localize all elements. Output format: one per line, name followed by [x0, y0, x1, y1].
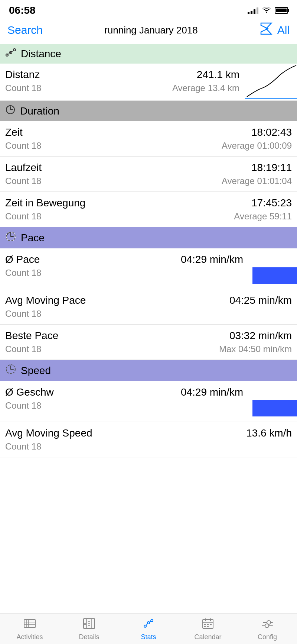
speed-section: Ø Geschw 04:29 min/km Count 18 Avg Movin… [0, 381, 297, 457]
distanz-row: Distanz 241.1 km Count 18 Average 13.4 k… [0, 64, 297, 101]
svg-rect-33 [204, 626, 206, 627]
tab-config-label: Config [258, 633, 277, 641]
zeit-row: Zeit 18:02:43 Count 18 Average 01:00:09 [0, 121, 297, 157]
pace-label: Pace [21, 232, 45, 244]
duration-section-header: Duration [0, 101, 297, 121]
status-bar: 06:58 [0, 0, 297, 19]
avg-speed-count: Count 18 [5, 400, 41, 411]
nav-bar: Search running January 2018 All [0, 19, 297, 44]
tab-bar: Activities Details Stats [0, 613, 297, 644]
beste-pace-avg: Max 04:50 min/km [219, 344, 292, 354]
laufzeit-row: Laufzeit 18:19:11 Count 18 Average 01:01… [0, 157, 297, 192]
svg-point-24 [147, 622, 150, 624]
tab-calendar-label: Calendar [194, 633, 221, 641]
battery-icon [275, 7, 288, 14]
beste-pace-row: Beste Pace 03:32 min/km Count 18 Max 04:… [0, 325, 297, 360]
svg-rect-32 [210, 624, 212, 625]
nav-right: All [260, 22, 290, 38]
tab-details[interactable]: Details [59, 618, 119, 641]
speed-icon [5, 364, 16, 377]
zeit-bewegung-value: 17:45:23 [251, 197, 292, 209]
zeit-bewegung-row: Zeit in Bewegung 17:45:23 Count 18 Avera… [0, 192, 297, 227]
zeit-count: Count 18 [5, 141, 41, 151]
svg-rect-30 [204, 624, 206, 625]
config-icon [261, 618, 273, 632]
distance-icon [5, 48, 16, 60]
wifi-icon [262, 6, 271, 15]
laufzeit-label: Laufzeit [5, 162, 42, 174]
sigma-button[interactable] [260, 22, 273, 38]
distanz-count: Count 18 [5, 83, 41, 93]
pace-section: Ø Pace 04:29 min/km Count 18 Avg Moving … [0, 248, 297, 360]
avg-pace-count: Count 18 [5, 268, 41, 278]
zeit-avg: Average 01:00:09 [222, 141, 292, 151]
status-icons [248, 6, 288, 15]
svg-rect-15 [24, 619, 35, 628]
distanz-value: 241.1 km [197, 69, 239, 81]
distance-section-header: Distance [0, 44, 297, 64]
duration-label: Duration [20, 105, 59, 117]
svg-point-40 [265, 624, 269, 628]
distance-label: Distance [21, 48, 61, 60]
pace-bar-chart [249, 248, 297, 289]
distance-section: Distanz 241.1 km Count 18 Average 13.4 k… [0, 64, 297, 101]
tab-details-label: Details [79, 633, 99, 641]
calendar-icon [202, 618, 214, 632]
avg-moving-pace-label: Avg Moving Pace [5, 294, 86, 306]
avg-moving-pace-count: Count 18 [5, 309, 41, 319]
laufzeit-count: Count 18 [5, 176, 41, 186]
tab-activities-label: Activities [16, 633, 43, 641]
avg-speed-row: Ø Geschw 04:29 min/km Count 18 [0, 381, 297, 422]
speed-bar-chart [249, 381, 297, 422]
search-button[interactable]: Search [7, 24, 43, 36]
content: Distance Distanz 241.1 km Count 18 Avera… [0, 44, 297, 498]
avg-speed-value: 04:29 min/km [181, 386, 243, 398]
tab-activities[interactable]: Activities [0, 618, 59, 641]
pace-section-header: Pace [0, 227, 297, 248]
distance-chart [245, 64, 297, 100]
avg-moving-pace-value: 04:25 min/km [229, 294, 292, 306]
laufzeit-avg: Average 01:01:04 [222, 176, 292, 186]
tab-stats[interactable]: Stats [119, 618, 178, 641]
pace-icon [5, 231, 16, 245]
avg-moving-speed-row: Avg Moving Speed 13.6 km/h Count 18 [0, 422, 297, 457]
beste-pace-count: Count 18 [5, 344, 41, 354]
avg-speed-label: Ø Geschw [5, 386, 54, 398]
beste-pace-label: Beste Pace [5, 330, 58, 342]
zeit-bewegung-avg: Average 59:11 [234, 211, 292, 222]
speed-label: Speed [21, 365, 51, 377]
tab-calendar[interactable]: Calendar [178, 618, 238, 641]
tab-stats-label: Stats [141, 633, 156, 641]
distanz-label: Distanz [5, 69, 40, 81]
zeit-label: Zeit [5, 126, 23, 138]
activities-icon [23, 618, 36, 632]
avg-moving-speed-label: Avg Moving Speed [5, 427, 92, 439]
zeit-value: 18:02:43 [251, 126, 292, 138]
status-time: 06:58 [9, 4, 36, 16]
laufzeit-value: 18:19:11 [251, 162, 292, 174]
svg-point-25 [151, 619, 153, 622]
nav-title: running January 2018 [104, 25, 198, 36]
svg-rect-34 [207, 626, 209, 627]
stats-icon [142, 618, 155, 632]
avg-moving-speed-count: Count 18 [5, 441, 41, 452]
tab-config[interactable]: Config [238, 618, 297, 641]
avg-moving-speed-value: 13.6 km/h [246, 427, 292, 439]
avg-pace-row: Ø Pace 04:29 min/km Count 18 [0, 248, 297, 289]
details-icon [83, 618, 95, 632]
all-button[interactable]: All [277, 24, 290, 36]
svg-point-23 [144, 625, 146, 627]
zeit-bewegung-count: Count 18 [5, 211, 41, 222]
svg-rect-31 [207, 624, 209, 625]
avg-moving-pace-row: Avg Moving Pace 04:25 min/km Count 18 [0, 289, 297, 325]
avg-pace-value: 04:29 min/km [181, 254, 243, 265]
duration-section: Zeit 18:02:43 Count 18 Average 01:00:09 … [0, 121, 297, 227]
zeit-bewegung-label: Zeit in Bewegung [5, 197, 85, 209]
avg-pace-label: Ø Pace [5, 254, 40, 265]
speed-section-header: Speed [0, 360, 297, 381]
duration-icon [5, 104, 16, 117]
beste-pace-value: 03:32 min/km [229, 330, 292, 342]
signal-icon [248, 7, 258, 14]
svg-marker-0 [261, 23, 271, 34]
distanz-avg: Average 13.4 km [172, 83, 239, 93]
